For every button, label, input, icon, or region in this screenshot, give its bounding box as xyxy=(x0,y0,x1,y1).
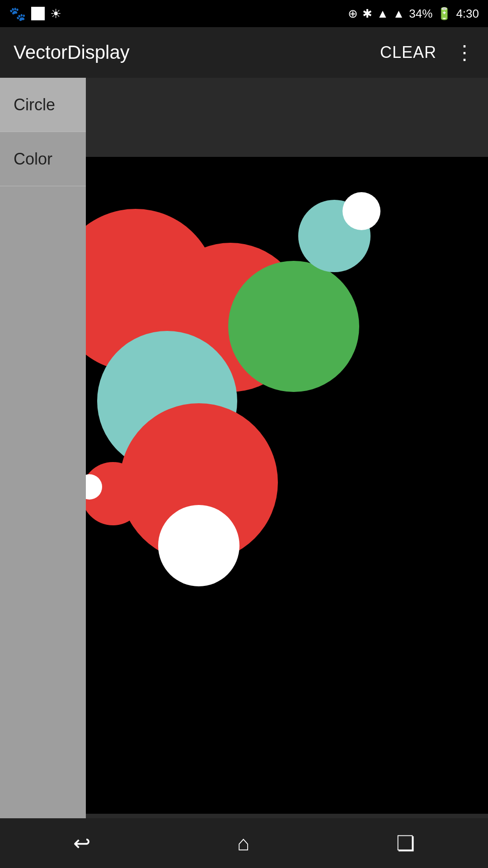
bluetooth-icon: ✱ xyxy=(362,7,372,21)
gps-icon: ⊕ xyxy=(348,7,358,21)
battery-icon: 🔋 xyxy=(437,7,451,21)
circle-white-bottom xyxy=(158,505,239,586)
app-wrapper: 🐾 ☀ ⊕ ✱ ▲ ▲ 34% 🔋 4:30 VectorDisplay CLE… xyxy=(0,0,488,868)
clear-button[interactable]: CLEAR xyxy=(380,43,436,62)
sidebar-circle-label: Circle xyxy=(14,95,55,114)
circle-white-top-right xyxy=(343,192,380,230)
sidebar-item-circle[interactable]: Circle xyxy=(0,78,86,132)
sidebar-item-color[interactable]: Color xyxy=(0,132,86,186)
app-bar-actions: CLEAR ⋮ xyxy=(380,42,474,62)
canvas-svg xyxy=(86,157,488,814)
top-dark-area xyxy=(86,78,488,157)
recents-button[interactable]: ❏ xyxy=(378,826,433,860)
stop-icon xyxy=(31,7,45,20)
nav-bar: ↩ ⌂ ❏ xyxy=(0,818,488,868)
clock: 4:30 xyxy=(456,7,479,21)
battery-percent: 34% xyxy=(409,7,432,21)
signal-icon: ▲ xyxy=(393,7,405,21)
app-icon: 🐾 xyxy=(9,6,26,22)
wifi-icon: ▲ xyxy=(377,7,389,21)
sidebar-color-label: Color xyxy=(14,150,52,169)
home-button[interactable]: ⌂ xyxy=(219,826,268,860)
status-left: 🐾 ☀ xyxy=(9,6,61,22)
status-bar: 🐾 ☀ ⊕ ✱ ▲ ▲ 34% 🔋 4:30 xyxy=(0,0,488,27)
circle-green-large xyxy=(228,261,359,392)
right-content xyxy=(86,78,488,868)
app-bar: VectorDisplay CLEAR ⋮ xyxy=(0,27,488,78)
status-right: ⊕ ✱ ▲ ▲ 34% 🔋 4:30 xyxy=(348,7,479,21)
app-title: VectorDisplay xyxy=(14,42,130,63)
back-button[interactable]: ↩ xyxy=(55,826,109,860)
more-options-button[interactable]: ⋮ xyxy=(455,42,474,62)
sidebar: Circle Color xyxy=(0,78,86,868)
content-area: Circle Color xyxy=(0,78,488,868)
brightness-icon: ☀ xyxy=(50,6,61,21)
drawing-canvas[interactable] xyxy=(86,157,488,814)
